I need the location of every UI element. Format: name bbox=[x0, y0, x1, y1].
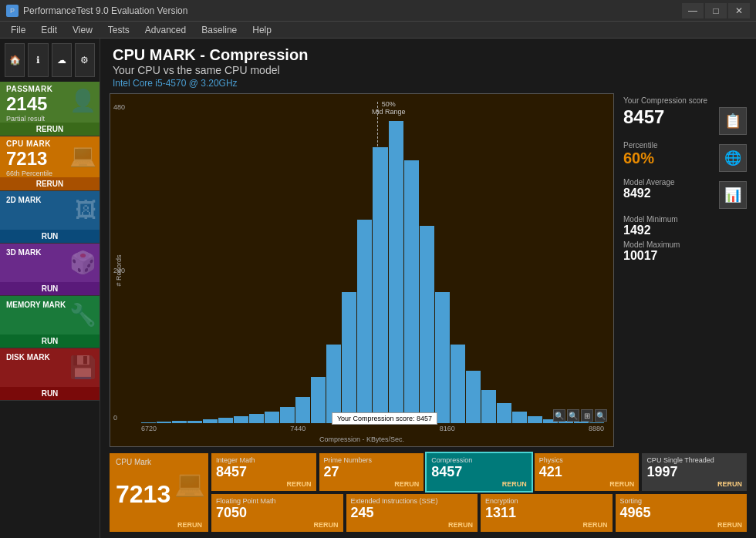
extended-sse-label: Extended Instructions (SSE) bbox=[351, 497, 474, 505]
y-tick-480: 480 bbox=[113, 103, 125, 111]
app-icon: P bbox=[6, 5, 19, 17]
bar-14 bbox=[357, 220, 372, 423]
sidebar-item-3d[interactable]: 3D MARK 🎲 RUN bbox=[0, 244, 100, 296]
integer-math-tile: Integer Math 8457 RERUN bbox=[211, 453, 316, 491]
menu-file[interactable]: File bbox=[3, 23, 33, 37]
cpu-sub: 66th Percentile bbox=[6, 170, 93, 177]
prime-numbers-rerun[interactable]: RERUN bbox=[324, 480, 420, 488]
model-avg-row: Model Average 8492 📊 bbox=[623, 178, 747, 209]
passmark-rerun-button[interactable]: RERUN bbox=[0, 123, 100, 136]
menu-edit[interactable]: Edit bbox=[33, 23, 65, 37]
menu-baseline[interactable]: Baseline bbox=[194, 23, 245, 37]
memory-run-button[interactable]: RUN bbox=[0, 335, 100, 348]
physics-label: Physics bbox=[539, 456, 635, 464]
bar-0 bbox=[141, 422, 156, 423]
sorting-tile: Sorting 4965 RERUN bbox=[616, 494, 748, 532]
model-minmax: Model Minimum 1492 Model Maximum 10017 bbox=[623, 215, 747, 263]
close-button[interactable]: ✕ bbox=[728, 3, 750, 18]
menu-bar: File Edit View Tests Advanced Baseline H… bbox=[0, 22, 756, 39]
sidebar-item-memory[interactable]: MEMORY MARK 🔧 RUN bbox=[0, 296, 100, 348]
compression-score-row: Your Compression score 8457 📋 bbox=[623, 96, 747, 135]
model-avg-value: 8492 bbox=[623, 187, 675, 200]
bar-5 bbox=[218, 418, 233, 423]
cpu-tile-bg-icon: 💻 bbox=[174, 469, 205, 498]
model-avg-icon-box[interactable]: 📊 bbox=[719, 181, 747, 209]
menu-tests[interactable]: Tests bbox=[100, 23, 137, 37]
compression-tile: Compression 8457 RERUN bbox=[427, 453, 532, 491]
maximize-button[interactable]: □ bbox=[705, 3, 727, 18]
percentile-label: Percentile bbox=[623, 141, 657, 150]
compression-icon-box[interactable]: 📋 bbox=[719, 107, 747, 135]
bottom-tiles: CPU Mark 7213 RERUN 💻 Integer Math 8457 … bbox=[100, 447, 756, 538]
zoom-in-button[interactable]: 🔍 bbox=[553, 409, 565, 422]
prime-numbers-label: Prime Numbers bbox=[324, 456, 420, 464]
cloud-button[interactable]: ☁ bbox=[52, 43, 72, 77]
encryption-score: 1311 bbox=[485, 505, 608, 521]
cpu-single-tile: CPU Single Threaded 1997 RERUN bbox=[642, 453, 747, 491]
cpu-rerun-button[interactable]: RERUN bbox=[0, 177, 100, 190]
physics-tile: Physics 421 RERUN bbox=[535, 453, 640, 491]
sorting-label: Sorting bbox=[620, 497, 743, 505]
zoom-controls: 🔍 🔍 ⊞ 🔍 bbox=[553, 409, 607, 422]
histogram-bars bbox=[141, 121, 604, 423]
minimize-button[interactable]: — bbox=[682, 3, 704, 18]
sidebar-item-passmark[interactable]: PASSMARK 2145 Partial result 👤 RERUN bbox=[0, 82, 100, 136]
compression-stats: Your Compression score 8457 bbox=[623, 96, 707, 128]
settings-button[interactable]: ⚙ bbox=[75, 43, 95, 77]
sidebar-item-disk[interactable]: DISK MARK 💾 RUN bbox=[0, 348, 100, 401]
model-max-label: Model Maximum bbox=[623, 240, 747, 249]
main-layout: 🏠 ℹ ☁ ⚙ PASSMARK 2145 Partial result 👤 R… bbox=[0, 39, 756, 538]
window-title: PerformanceTest 9.0 Evaluation Version bbox=[23, 5, 187, 16]
float-math-rerun[interactable]: RERUN bbox=[216, 521, 339, 529]
cpu-mark-tile-label: CPU Mark bbox=[116, 458, 202, 466]
bar-1 bbox=[157, 422, 171, 423]
cpu-mark-tile: CPU Mark 7213 RERUN 💻 bbox=[110, 453, 208, 532]
compression-rerun[interactable]: RERUN bbox=[431, 480, 527, 488]
bar-16 bbox=[389, 121, 403, 423]
prime-numbers-tile: Prime Numbers 27 RERUN bbox=[319, 453, 424, 491]
encryption-label: Encryption bbox=[485, 497, 608, 505]
model-avg-label: Model Average bbox=[623, 178, 675, 187]
page-title: CPU MARK - Compression bbox=[113, 46, 744, 64]
menu-view[interactable]: View bbox=[65, 23, 100, 37]
3d-run-button[interactable]: RUN bbox=[0, 282, 100, 295]
bar-9 bbox=[280, 407, 295, 423]
integer-math-rerun[interactable]: RERUN bbox=[216, 480, 312, 488]
cpu-single-score: 1997 bbox=[646, 464, 742, 480]
zoom-out-button[interactable]: 🔍 bbox=[567, 409, 579, 422]
window-controls[interactable]: — □ ✕ bbox=[682, 3, 750, 18]
cpu-single-rerun[interactable]: RERUN bbox=[646, 480, 742, 488]
2d-run-button[interactable]: RUN bbox=[0, 230, 100, 243]
extended-sse-tile: Extended Instructions (SSE) 245 RERUN bbox=[346, 494, 478, 532]
menu-advanced[interactable]: Advanced bbox=[137, 23, 194, 37]
sidebar-top-buttons: 🏠 ℹ ☁ ⚙ bbox=[0, 39, 100, 82]
title-bar: P PerformanceTest 9.0 Evaluation Version… bbox=[0, 0, 756, 22]
bar-20 bbox=[451, 345, 465, 423]
info-button[interactable]: ℹ bbox=[28, 43, 48, 77]
sorting-rerun[interactable]: RERUN bbox=[620, 521, 743, 529]
percentile-icon-box[interactable]: 🌐 bbox=[719, 144, 747, 172]
physics-rerun[interactable]: RERUN bbox=[539, 480, 635, 488]
encryption-rerun[interactable]: RERUN bbox=[485, 521, 608, 529]
bar-12 bbox=[326, 345, 341, 423]
menu-help[interactable]: Help bbox=[245, 23, 279, 37]
cpu-mark-rerun-button[interactable]: RERUN bbox=[116, 521, 202, 529]
sidebar-item-cpu[interactable]: CPU MARK 7213 66th Percentile 💻 RERUN bbox=[0, 136, 100, 191]
passmark-icon: 👤 bbox=[69, 88, 96, 113]
x-tick-4: 8880 bbox=[589, 425, 604, 432]
bar-4 bbox=[203, 419, 218, 423]
sidebar-item-2d[interactable]: 2D MARK 🖼 RUN bbox=[0, 191, 100, 244]
zoom-fit-button[interactable]: ⊞ bbox=[581, 409, 593, 422]
disk-run-button[interactable]: RUN bbox=[0, 387, 100, 400]
bar-29 bbox=[589, 422, 604, 423]
extended-sse-rerun[interactable]: RERUN bbox=[351, 521, 474, 529]
bar-7 bbox=[249, 414, 264, 423]
cpu-single-label: CPU Single Threaded bbox=[646, 456, 742, 464]
bar-25 bbox=[528, 416, 542, 423]
y-tick-0: 0 bbox=[113, 414, 117, 422]
home-button[interactable]: 🏠 bbox=[5, 43, 25, 77]
encryption-tile: Encryption 1311 RERUN bbox=[481, 494, 613, 532]
compression-tile-score: 8457 bbox=[431, 464, 527, 480]
cpu-icon: 💻 bbox=[69, 143, 96, 168]
zoom-reset-button[interactable]: 🔍 bbox=[595, 409, 607, 422]
